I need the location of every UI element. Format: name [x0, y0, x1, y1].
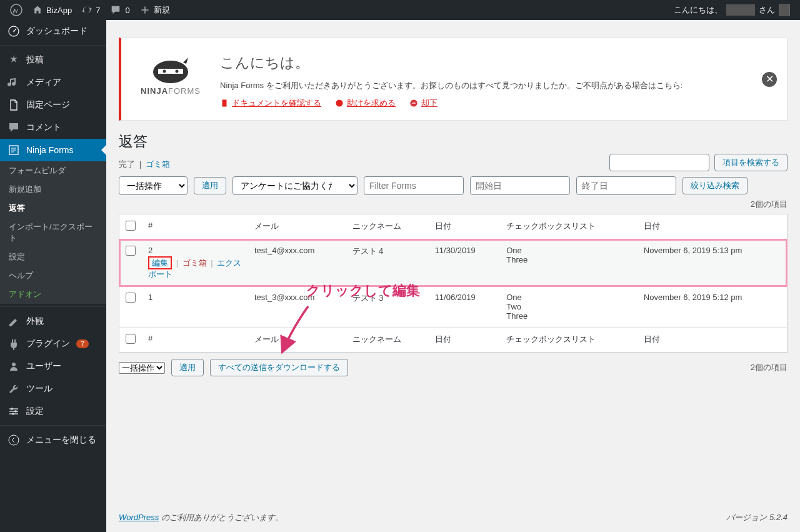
- menu-ninja-forms[interactable]: Ninja Forms: [0, 139, 106, 161]
- filter-button[interactable]: 絞り込み検索: [682, 177, 748, 194]
- bulk-action-select-bottom[interactable]: 一括操作: [119, 362, 165, 374]
- items-count: 2個の項目: [119, 199, 788, 210]
- help-link[interactable]: 助けを求める: [335, 98, 396, 109]
- submenu-add-new[interactable]: 新規追加: [0, 180, 106, 199]
- submenu-settings[interactable]: 設定: [0, 248, 106, 266]
- collapse-menu[interactable]: メニューを閉じる: [0, 429, 106, 451]
- svg-point-2: [13, 31, 15, 33]
- filter-forms-input[interactable]: [364, 176, 464, 195]
- welcome-message: Ninja Forms をご利用いただきありがとうございます。お探しのものはすべ…: [220, 80, 772, 91]
- apply-button-bottom[interactable]: 適用: [171, 359, 204, 376]
- search-button[interactable]: 項目を検索する: [714, 154, 788, 171]
- welcome-panel: NINJAFORMS こんにちは。 Ninja Forms をご利用いただきあり…: [119, 38, 788, 121]
- submenu-form-builder[interactable]: フォームビルダ: [0, 161, 106, 180]
- menu-pages[interactable]: 固定ページ: [0, 94, 106, 116]
- svg-rect-13: [158, 69, 183, 74]
- menu-tools[interactable]: ツール: [0, 378, 106, 400]
- admin-bar: BizApp 7 0 新規 こんにちは、 さん: [0, 0, 800, 20]
- trash-link[interactable]: ゴミ箱: [182, 258, 207, 268]
- menu-label: 設定: [26, 406, 44, 417]
- svg-point-11: [9, 435, 19, 445]
- doc-link[interactable]: ドキュメントを確認する: [220, 98, 321, 109]
- svg-point-8: [11, 408, 13, 410]
- col-num[interactable]: #: [142, 214, 248, 239]
- logo-text-ninja: NINJA: [141, 86, 168, 96]
- col-nickname[interactable]: ニックネーム: [346, 214, 429, 239]
- search-input[interactable]: [609, 154, 709, 171]
- menu-label: コメント: [26, 122, 61, 133]
- submenu-help[interactable]: ヘルプ: [0, 266, 106, 285]
- menu-media[interactable]: メディア: [0, 71, 106, 94]
- menu-label: Ninja Forms: [26, 145, 73, 155]
- table-row: 2 編集 | ゴミ箱 | エクスポート test_4@xxx.com テスト４ …: [119, 239, 787, 286]
- greeting-suffix: さん: [759, 4, 775, 16]
- bulk-action-select[interactable]: 一括操作: [119, 176, 188, 195]
- menu-settings[interactable]: 設定: [0, 400, 106, 423]
- end-date-input[interactable]: [576, 176, 676, 195]
- submenu-submissions[interactable]: 返答: [0, 199, 106, 218]
- svg-point-9: [14, 410, 17, 413]
- col-nickname[interactable]: ニックネーム: [346, 327, 429, 352]
- col-num[interactable]: #: [142, 327, 248, 352]
- wp-logo[interactable]: [5, 0, 28, 20]
- menu-comments[interactable]: コメント: [0, 116, 106, 139]
- updates[interactable]: 7: [77, 0, 105, 20]
- cell-nickname: テスト３: [346, 286, 429, 327]
- menu-users[interactable]: ユーザー: [0, 355, 106, 378]
- select-all-checkbox[interactable]: [126, 221, 136, 231]
- col-checklist[interactable]: チェックボックスリスト: [500, 214, 638, 239]
- version-text: バージョン 5.2.4: [726, 512, 788, 523]
- comments[interactable]: 0: [105, 0, 134, 20]
- col-date1[interactable]: 日付: [429, 327, 501, 352]
- row-actions: 編集 | ゴミ箱 | エクスポート: [148, 258, 242, 280]
- col-checklist[interactable]: チェックボックスリスト: [500, 327, 638, 352]
- submissions-table: # メール ニックネーム 日付 チェックボックスリスト 日付 2 編集 |: [119, 214, 788, 353]
- apply-button[interactable]: 適用: [194, 177, 226, 194]
- menu-label: メディア: [26, 77, 61, 88]
- page-title: 返答: [119, 132, 788, 151]
- menu-plugins[interactable]: プラグイン7: [0, 333, 106, 355]
- edit-link[interactable]: 編集: [148, 256, 172, 269]
- submenu-import-export[interactable]: インポート/エクスポート: [0, 218, 106, 248]
- decline-link[interactable]: 却下: [409, 98, 438, 109]
- status-trash[interactable]: ゴミ箱: [146, 159, 170, 169]
- cell-date1: 11/30/2019: [429, 239, 501, 286]
- col-date2[interactable]: 日付: [638, 327, 787, 352]
- menu-label: ダッシュボード: [26, 26, 88, 37]
- row-checkbox[interactable]: [126, 246, 136, 256]
- menu-label: ユーザー: [26, 361, 61, 372]
- comments-count: 0: [125, 6, 129, 15]
- dismiss-icon[interactable]: ✕: [762, 72, 777, 87]
- new-content[interactable]: 新規: [135, 0, 175, 20]
- svg-point-10: [12, 413, 14, 415]
- cell-num: 1: [142, 286, 248, 327]
- col-date2[interactable]: 日付: [638, 214, 787, 239]
- content-area: 表示オプション ▼ NINJAFORMS こんにちは。 Ninja Forms …: [106, 20, 800, 532]
- start-date-input[interactable]: [470, 176, 570, 195]
- submenu-ninja-forms: フォームビルダ 新規追加 返答 インポート/エクスポート 設定 ヘルプ アドオン: [0, 161, 106, 304]
- row-checkbox[interactable]: [126, 293, 136, 303]
- menu-label: 外観: [26, 316, 44, 327]
- menu-posts[interactable]: 投稿: [0, 49, 106, 71]
- form-select[interactable]: アンケートにご協力ください: [232, 176, 358, 195]
- col-date1[interactable]: 日付: [429, 214, 501, 239]
- username: [726, 4, 755, 16]
- cell-date2: November 6, 2019 5:13 pm: [638, 239, 787, 286]
- menu-dashboard[interactable]: ダッシュボード: [0, 20, 106, 43]
- col-email[interactable]: メール: [248, 327, 346, 352]
- status-done[interactable]: 完了: [119, 159, 135, 169]
- cell-checklist: One Two Three: [500, 286, 638, 327]
- account-greeting[interactable]: こんにちは、 さん: [669, 0, 795, 20]
- site-home[interactable]: BizApp: [28, 0, 77, 20]
- download-all-button[interactable]: すべての送信をダウンロードする: [210, 359, 348, 376]
- menu-appearance[interactable]: 外観: [0, 310, 106, 333]
- footer-thanks: のご利用ありがとうございます。: [159, 513, 283, 522]
- col-email[interactable]: メール: [248, 214, 346, 239]
- menu-label: ツール: [26, 383, 52, 394]
- decline-link-label: 却下: [421, 98, 438, 109]
- cell-num: 2: [148, 246, 152, 255]
- select-all-checkbox-bottom[interactable]: [126, 334, 136, 344]
- collapse-label: メニューを閉じる: [26, 434, 96, 446]
- submenu-addons[interactable]: アドオン: [0, 285, 106, 304]
- wordpress-link[interactable]: WordPress: [119, 513, 159, 522]
